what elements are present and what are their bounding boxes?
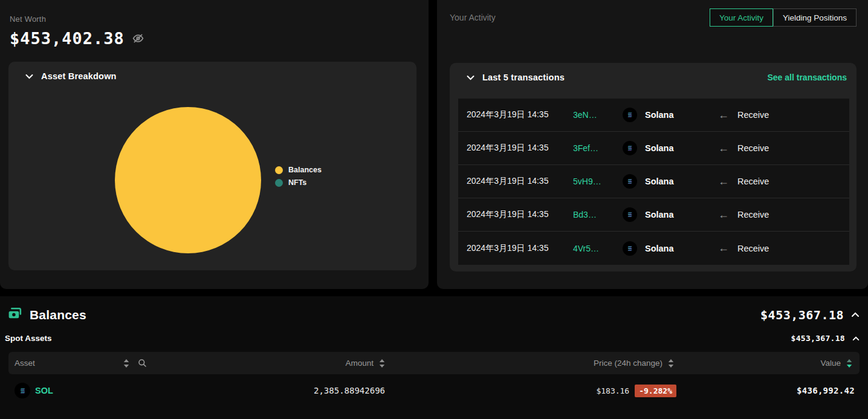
hide-balance-eye-off-icon[interactable] bbox=[132, 32, 144, 45]
legend-label: NFTs bbox=[288, 178, 306, 187]
tx-chain-name: Solana bbox=[645, 143, 674, 153]
tx-hash-link[interactable]: 3Fef… bbox=[573, 143, 623, 153]
balances-dot-icon bbox=[275, 166, 283, 174]
net-worth-block: Net Worth $453,402.38 bbox=[0, 0, 429, 48]
tx-chain-name: Solana bbox=[645, 110, 674, 120]
asset-breakdown-panel: Asset Breakdown Balances NFTs bbox=[8, 62, 416, 270]
tx-action-label: Receive bbox=[737, 210, 769, 219]
receive-arrow-icon: ← bbox=[718, 175, 729, 188]
tx-action-label: Receive bbox=[737, 143, 769, 153]
search-icon[interactable] bbox=[138, 359, 147, 368]
transactions-title: Last 5 transactions bbox=[482, 73, 565, 82]
chevron-up-icon[interactable] bbox=[851, 312, 860, 317]
transactions-list: 2024年3月19日 14:35 3eN… Solana ←Receive 20… bbox=[458, 99, 849, 265]
asset-breakdown-pie-chart[interactable] bbox=[115, 107, 261, 253]
balances-total: $453,367.18 bbox=[760, 308, 844, 322]
tx-hash-link[interactable]: Bd3… bbox=[573, 210, 623, 219]
tx-date: 2024年3月19日 14:35 bbox=[467, 143, 573, 154]
net-worth-value: $453,402.38 bbox=[10, 29, 125, 48]
solana-icon bbox=[623, 207, 637, 222]
column-header-amount[interactable]: Amount bbox=[345, 359, 374, 368]
asset-row-sol[interactable]: SOL 2,385.88942696 $183.16 -9.282% $436,… bbox=[8, 374, 860, 407]
chevron-up-icon[interactable] bbox=[852, 336, 860, 341]
tx-chain-name: Solana bbox=[645, 177, 674, 186]
tx-action-label: Receive bbox=[737, 110, 769, 120]
net-worth-card: Net Worth $453,402.38 bbox=[0, 0, 429, 289]
transactions-header[interactable]: Last 5 transactions See all transactions bbox=[458, 63, 849, 92]
chevron-down-icon bbox=[467, 72, 474, 83]
transactions-panel: Last 5 transactions See all transactions… bbox=[450, 63, 857, 271]
tx-chain-name: Solana bbox=[645, 244, 674, 253]
assets-table-header: Asset Amount Price (24h change) bbox=[8, 352, 860, 374]
receive-arrow-icon: ← bbox=[718, 209, 729, 221]
legend-item-nfts[interactable]: NFTs bbox=[275, 178, 322, 187]
column-header-value[interactable]: Value bbox=[820, 359, 841, 368]
transaction-row[interactable]: 2024年3月19日 14:35 5vH9… Solana ←Receive bbox=[458, 165, 849, 198]
asset-value: $436,992.42 bbox=[685, 386, 860, 395]
sort-value-icon-desc-active[interactable] bbox=[846, 359, 852, 368]
solana-icon bbox=[15, 383, 30, 398]
sort-asset-icon[interactable] bbox=[123, 359, 129, 368]
net-worth-label: Net Worth bbox=[10, 15, 429, 24]
price-change-badge: -9.282% bbox=[635, 385, 676, 397]
portfolio-dashboard: Net Worth $453,402.38 bbox=[0, 0, 868, 419]
asset-symbol[interactable]: SOL bbox=[35, 386, 53, 395]
tab-yielding-positions[interactable]: Yielding Positions bbox=[773, 8, 857, 27]
activity-tabs: Your Activity Yielding Positions bbox=[710, 8, 857, 27]
tx-action-label: Receive bbox=[737, 244, 769, 253]
balances-header: Balances $453,367.18 bbox=[0, 296, 868, 323]
activity-card: Your Activity Your Activity Yielding Pos… bbox=[437, 0, 868, 289]
tx-hash-link[interactable]: 5vH9… bbox=[573, 177, 623, 186]
tx-date: 2024年3月19日 14:35 bbox=[467, 209, 573, 220]
column-header-asset[interactable]: Asset bbox=[15, 359, 123, 368]
asset-price: $183.16 bbox=[596, 386, 629, 395]
solana-icon bbox=[623, 141, 637, 155]
asset-breakdown-title: Asset Breakdown bbox=[41, 71, 117, 81]
transaction-row[interactable]: 2024年3月19日 14:35 3Fef… Solana ←Receive bbox=[458, 132, 849, 165]
tx-hash-link[interactable]: 4Vr5… bbox=[573, 244, 623, 253]
balances-section: Balances $453,367.18 Spot Assets $453,36… bbox=[0, 296, 868, 419]
balances-title: Balances bbox=[30, 308, 86, 322]
tx-date: 2024年3月19日 14:35 bbox=[467, 176, 573, 187]
receive-arrow-icon: ← bbox=[718, 142, 729, 155]
see-all-transactions-link[interactable]: See all transactions bbox=[767, 73, 847, 82]
column-header-price[interactable]: Price (24h change) bbox=[594, 359, 662, 368]
solana-icon bbox=[623, 174, 637, 189]
legend-item-balances[interactable]: Balances bbox=[275, 166, 322, 174]
receive-arrow-icon: ← bbox=[718, 242, 729, 255]
spot-assets-row: Spot Assets $453,367.18 bbox=[0, 323, 868, 343]
transaction-row[interactable]: 2024年3月19日 14:35 4Vr5… Solana ←Receive bbox=[458, 232, 849, 265]
legend-label: Balances bbox=[288, 166, 322, 174]
sort-price-icon[interactable] bbox=[668, 359, 674, 368]
activity-section-label: Your Activity bbox=[450, 13, 496, 22]
receive-arrow-icon: ← bbox=[718, 109, 729, 122]
tx-date: 2024年3月19日 14:35 bbox=[467, 243, 573, 254]
chevron-down-icon bbox=[25, 71, 33, 82]
tx-action-label: Receive bbox=[737, 177, 769, 186]
pie-legend: Balances NFTs bbox=[275, 166, 322, 187]
tx-date: 2024年3月19日 14:35 bbox=[467, 109, 573, 120]
top-row: Net Worth $453,402.38 bbox=[0, 0, 868, 289]
solana-icon bbox=[623, 241, 637, 256]
tab-your-activity[interactable]: Your Activity bbox=[710, 8, 773, 27]
asset-breakdown-header[interactable]: Asset Breakdown bbox=[8, 62, 416, 91]
solana-icon bbox=[623, 108, 637, 122]
spot-assets-label: Spot Assets bbox=[5, 334, 52, 343]
transaction-row[interactable]: 2024年3月19日 14:35 Bd3… Solana ←Receive bbox=[458, 198, 849, 232]
balances-wallet-icon bbox=[7, 306, 22, 323]
asset-amount: 2,385.88942696 bbox=[317, 386, 401, 395]
tx-chain-name: Solana bbox=[645, 210, 674, 219]
sort-amount-icon[interactable] bbox=[379, 359, 385, 368]
nfts-dot-icon bbox=[275, 179, 283, 187]
spot-assets-total: $453,367.18 bbox=[791, 334, 845, 343]
transaction-row[interactable]: 2024年3月19日 14:35 3eN… Solana ←Receive bbox=[458, 99, 849, 132]
tx-hash-link[interactable]: 3eN… bbox=[573, 110, 623, 120]
